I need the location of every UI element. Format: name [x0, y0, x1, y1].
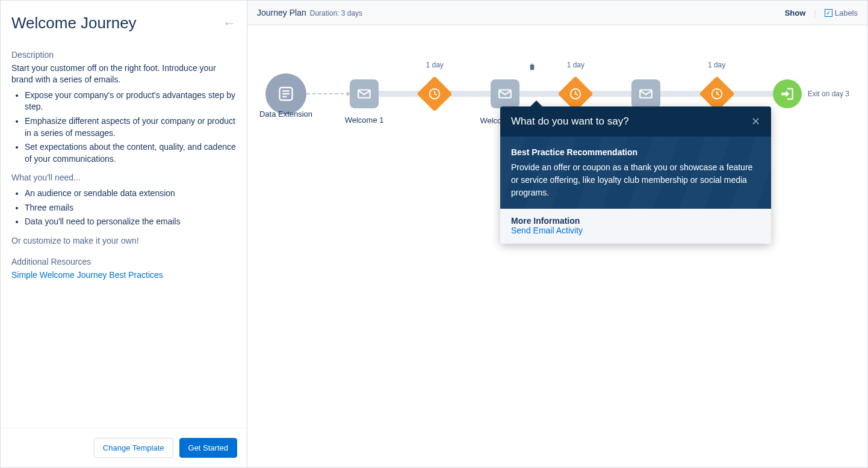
popover: What do you want to say? ✕ Best Practice… [500, 106, 771, 244]
list-item: Three emails [25, 202, 236, 214]
connector [447, 91, 491, 97]
topbar-right: Show | ✓ Labels [785, 8, 858, 17]
description-text: Start your customer off on the right foo… [11, 63, 236, 86]
connector [588, 91, 631, 97]
labels-toggle[interactable]: ✓ Labels [825, 8, 858, 17]
exit-icon [773, 79, 802, 108]
popover-header: What do you want to say? ✕ [500, 106, 771, 137]
divider: | [814, 8, 816, 17]
wait-node-2[interactable]: 1 day [563, 81, 588, 106]
wait1-label: 1 day [426, 61, 444, 69]
list-item: An audience or sendable data extension [25, 188, 236, 200]
connector [660, 91, 704, 97]
email-node-1[interactable]: Welcome 1 [350, 79, 379, 108]
trash-icon[interactable] [528, 63, 536, 73]
sidebar-footer: Change Template Get Started [1, 428, 247, 467]
email-icon [350, 79, 379, 108]
labels-text: Labels [835, 8, 858, 17]
email-node-3[interactable]: Welcome 3 [631, 79, 660, 108]
customize-text: Or customize to make it your own! [11, 235, 236, 247]
app-root: Welcome Journey ← Description Start your… [0, 0, 868, 468]
connector [519, 91, 563, 97]
connector [379, 91, 422, 97]
connector [306, 93, 350, 94]
page-title: Welcome Journey [11, 14, 137, 32]
sidebar-header: Welcome Journey ← [1, 1, 247, 38]
wait2-label: 1 day [567, 61, 584, 69]
description-label: Description [11, 49, 236, 61]
back-arrow-icon[interactable]: ← [223, 16, 236, 31]
journey-plan-title: Journey Plan [257, 8, 306, 17]
list-item: Data you'll need to personalize the emai… [25, 216, 236, 228]
needs-list: An audience or sendable data extension T… [11, 188, 236, 228]
sidebar: Welcome Journey ← Description Start your… [1, 1, 247, 467]
checkbox-icon: ✓ [825, 9, 832, 17]
exit-label: Exit on day 3 [808, 90, 849, 98]
show-button[interactable]: Show [785, 8, 806, 17]
data-extension-icon [265, 73, 306, 114]
recommendation-title: Best Practice Recommendation [511, 146, 760, 159]
need-label: What you'll need... [11, 172, 236, 184]
entry-node[interactable]: Data Extension [265, 73, 306, 114]
list-item: Expose your company's or product's advan… [25, 90, 236, 113]
wait3-label: 1 day [708, 61, 725, 69]
duration-text: Duration: 3 days [310, 9, 362, 17]
advantages-list: Expose your company's or product's advan… [11, 90, 236, 165]
recommendation-text: Provide an offer or coupon as a thank yo… [511, 161, 760, 199]
email-node-2[interactable]: Welcome 2 [491, 79, 519, 108]
resources-link[interactable]: Simple Welcome Journey Best Practices [11, 269, 236, 282]
clock-icon [417, 76, 452, 111]
journey-canvas: Data Extension Welcome 1 1 day [247, 25, 867, 467]
sidebar-body: Description Start your customer off on t… [1, 38, 247, 428]
send-email-activity-link[interactable]: Send Email Activity [511, 226, 760, 235]
email-icon [631, 79, 660, 108]
topbar: Journey Plan Duration: 3 days Show | ✓ L… [247, 1, 867, 25]
more-info-label: More Information [511, 216, 760, 226]
exit-node[interactable] [773, 79, 802, 108]
change-template-button[interactable]: Change Template [94, 438, 173, 458]
list-item: Set expectations about the content, qual… [25, 141, 236, 165]
main: Journey Plan Duration: 3 days Show | ✓ L… [247, 1, 867, 467]
popover-body: Best Practice Recommendation Provide an … [500, 137, 771, 209]
close-icon[interactable]: ✕ [751, 115, 760, 128]
popover-footer: More Information Send Email Activity [500, 209, 771, 244]
connector [730, 91, 773, 97]
topbar-left: Journey Plan Duration: 3 days [257, 8, 362, 17]
email-icon [491, 79, 519, 108]
list-item: Emphasize different aspects of your comp… [25, 115, 236, 139]
get-started-button[interactable]: Get Started [179, 438, 237, 458]
email1-label: Welcome 1 [345, 115, 384, 125]
wait-node-3[interactable]: 1 day [704, 81, 730, 106]
popover-title: What do you want to say? [511, 115, 629, 128]
wait-node-1[interactable]: 1 day [422, 81, 447, 106]
resources-label: Additional Resources [11, 256, 236, 268]
entry-label: Data Extension [259, 109, 312, 119]
